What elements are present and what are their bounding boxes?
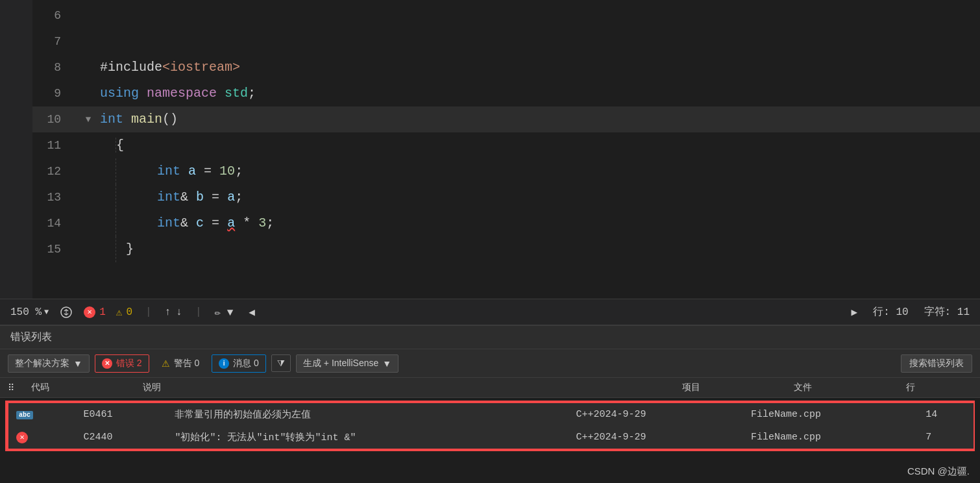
warning-count[interactable]: ⚠ 0 <box>116 306 132 319</box>
code-line-11[interactable]: 11 { <box>32 132 980 158</box>
build-dropdown[interactable]: 生成 + IntelliSense ▼ <box>296 354 398 373</box>
error-code-1: C2440 <box>76 426 167 449</box>
code-text-8: #include<iostream> <box>95 55 980 80</box>
filter-icon: ⧩ <box>277 358 285 368</box>
messages-btn-icon: i <box>219 358 229 369</box>
error-rows-wrapper: abc E0461 非常量引用的初始值必须为左值 C++2024-9-29 Fi… <box>5 401 975 451</box>
code-lines: 6 7 8 #include<iostream> <box>32 0 980 299</box>
scope-label: 整个解决方案 <box>15 358 69 369</box>
code-text-10: int main() <box>95 106 980 132</box>
code-text-15: } <box>95 236 980 262</box>
col-header-icon: ⠿ <box>0 378 23 398</box>
error-count-value: 1 <box>99 306 106 318</box>
app-window: 6 7 8 #include<iostream> <box>0 0 980 483</box>
line-num-7: 7 <box>32 35 71 48</box>
filter-btn[interactable]: ⧩ <box>271 354 291 372</box>
error-desc-1: "初始化": 无法从"int"转换为"int &" <box>167 426 568 449</box>
warning-count-value: 0 <box>126 306 132 318</box>
line-num-13: 13 <box>32 191 71 204</box>
code-line-14[interactable]: 14 int& c = a * 3; <box>32 210 980 236</box>
csdn-watermark: CSDN @边疆. <box>907 465 970 478</box>
error-file-1: FileName.cpp <box>743 426 918 449</box>
error-row-1[interactable]: ✕ C2440 "初始化": 无法从"int"转换为"int &" C++202… <box>8 426 974 449</box>
code-line-9[interactable]: 9 using namespace std; <box>32 80 980 106</box>
code-text-11: { <box>95 132 980 158</box>
code-line-12[interactable]: 12 int a = 10; <box>32 158 980 184</box>
col-header-description: 说明 <box>135 378 674 398</box>
error-panel-title-text: 错误列表 <box>10 330 52 344</box>
error-toolbar: 整个解决方案 ▼ ✕ 错误 2 ⚠ 警告 0 i 消息 0 ⧩ 生成 + Int… <box>0 349 980 378</box>
scope-dropdown[interactable]: 整个解决方案 ▼ <box>8 354 90 373</box>
error-circle-icon: ✕ <box>16 432 28 443</box>
code-line-13[interactable]: 13 int& b = a; <box>32 184 980 210</box>
error-row-0[interactable]: abc E0461 非常量引用的初始值必须为左值 C++2024-9-29 Fi… <box>8 402 974 426</box>
brain-icon[interactable] <box>59 305 73 319</box>
zoom-control[interactable]: 150 % ▼ <box>10 306 49 318</box>
error-icon: ✕ <box>84 306 95 318</box>
col-header-file: 文件 <box>786 378 898 398</box>
error-project-1: C++2024-9-29 <box>569 426 743 449</box>
status-bar: 150 % ▼ ✕ 1 ⚠ 0 | ↑ ↓ | ✏ ▼ ◀ ▶ <box>0 299 980 325</box>
line-info: 行: 10 <box>873 305 908 319</box>
line-num-10: 10 <box>32 113 71 126</box>
editor-section: 6 7 8 #include<iostream> <box>0 0 980 299</box>
line-num-11: 11 <box>32 139 71 152</box>
warning-icon: ⚠ <box>116 306 123 319</box>
line-num-14: 14 <box>32 217 71 230</box>
error-line-1: 7 <box>918 426 974 449</box>
code-line-7[interactable]: 7 <box>32 29 980 55</box>
nav-arrows: ↑ ↓ <box>165 306 182 318</box>
code-line-15[interactable]: 15 } <box>32 236 980 262</box>
errors-btn-icon: ✕ <box>102 358 112 369</box>
col-header-line: 行 <box>898 378 980 398</box>
code-text-12: int a = 10; <box>95 158 980 184</box>
warnings-btn[interactable]: ⚠ 警告 0 <box>154 354 207 373</box>
col-header-project: 项目 <box>674 378 786 398</box>
status-divider-1: | <box>145 306 152 318</box>
fold-10[interactable]: ▼ <box>82 114 95 125</box>
errors-btn-label: 错误 2 <box>116 358 142 369</box>
nav-up-arrow[interactable]: ↑ <box>165 306 171 318</box>
nav-down-arrow[interactable]: ↓ <box>176 306 182 318</box>
code-line-8[interactable]: 8 #include<iostream> <box>32 55 980 80</box>
build-arrow: ▼ <box>382 358 391 369</box>
error-table: ⠿ 代码 说明 项目 文件 行 <box>0 378 980 398</box>
error-line-0: 14 <box>918 402 974 426</box>
errors-btn[interactable]: ✕ 错误 2 <box>95 354 149 373</box>
error-project-0: C++2024-9-29 <box>569 402 743 426</box>
line-num-12: 12 <box>32 165 71 178</box>
warnings-btn-icon: ⚠ <box>162 358 170 369</box>
code-text-9: using namespace std; <box>95 80 980 106</box>
build-label: 生成 + IntelliSense <box>303 358 378 369</box>
error-code-0: E0461 <box>76 402 167 426</box>
error-count[interactable]: ✕ 1 <box>84 306 106 318</box>
search-errors-btn[interactable]: 搜索错误列表 <box>901 354 972 373</box>
play-icon[interactable]: ▶ <box>851 306 858 319</box>
pencil-icon[interactable]: ✏ ▼ <box>215 306 234 319</box>
messages-btn-label: 消息 0 <box>233 358 259 369</box>
warnings-btn-label: 警告 0 <box>174 358 200 369</box>
line-num-8: 8 <box>32 61 71 74</box>
code-text-14: int& c = a * 3; <box>95 210 980 236</box>
search-errors-label: 搜索错误列表 <box>909 358 964 368</box>
nav-left-arrow[interactable]: ◀ <box>249 306 255 319</box>
error-table-header: ⠿ 代码 说明 项目 文件 行 <box>0 378 980 398</box>
status-right: ▶ 行: 10 字符: 11 <box>851 305 970 319</box>
line-num-9: 9 <box>32 87 71 100</box>
error-panel: 错误列表 整个解决方案 ▼ ✕ 错误 2 ⚠ 警告 0 i 消息 0 ⧩ <box>0 325 980 483</box>
line-num-6: 6 <box>32 9 71 22</box>
col-header-code: 代码 <box>23 378 135 398</box>
messages-btn[interactable]: i 消息 0 <box>212 354 266 373</box>
error-panel-title: 错误列表 <box>0 326 980 349</box>
line-num-15: 15 <box>32 243 71 256</box>
status-divider-2: | <box>195 306 202 318</box>
scope-arrow: ▼ <box>73 358 82 369</box>
code-line-6[interactable]: 6 <box>32 3 980 29</box>
error-desc-0: 非常量引用的初始值必须为左值 <box>167 402 568 426</box>
code-editor[interactable]: 6 7 8 #include<iostream> <box>32 0 980 299</box>
error-icon-0: abc <box>8 402 76 426</box>
zoom-dropdown-arrow[interactable]: ▼ <box>44 308 49 317</box>
code-line-10[interactable]: 10 ▼ int main() <box>32 106 980 132</box>
col-info: 字符: 11 <box>924 305 970 319</box>
abc-icon: abc <box>16 411 33 419</box>
